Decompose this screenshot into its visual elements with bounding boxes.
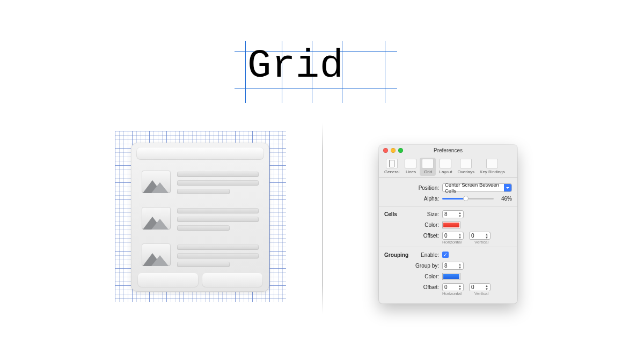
sublabel-vertical: Vertical — [474, 291, 488, 296]
app-icon-illustration — [131, 143, 269, 292]
tab-general[interactable]: General — [382, 158, 401, 176]
tab-label: Layout — [439, 169, 452, 174]
general-icon — [386, 159, 398, 168]
grouping-offset-label: Offset: — [413, 284, 442, 290]
groupby-label: Group by: — [413, 263, 442, 269]
grouping-enable-checkbox[interactable] — [442, 252, 449, 258]
groupby-stepper[interactable]: 8 ▲▼ — [442, 262, 464, 270]
stepper-value: 0 — [471, 233, 474, 239]
grouping-color-swatch[interactable] — [442, 273, 460, 280]
tab-key-bindings[interactable]: Key Bindings — [478, 158, 507, 176]
alpha-label: Alpha: — [413, 196, 442, 202]
tab-label: Key Bindings — [480, 169, 505, 174]
cells-size-stepper[interactable]: 8 ▲▼ — [442, 210, 464, 218]
page-title: Grid — [247, 46, 344, 86]
alpha-value: 46% — [497, 196, 512, 202]
stepper-value: 0 — [444, 284, 448, 290]
position-select[interactable]: Center Screen Between Cells — [442, 183, 512, 192]
tab-grid[interactable]: Grid — [420, 158, 436, 176]
grouping-offset-h-stepper[interactable]: 0 ▲▼ — [442, 283, 464, 291]
cells-section-label: Cells — [384, 211, 413, 217]
cells-offset-h-stepper[interactable]: 0 ▲▼ — [442, 232, 464, 240]
sublabel-horizontal: Horizontal — [442, 240, 462, 245]
cells-offset-v-stepper[interactable]: 0 ▲▼ — [469, 232, 491, 240]
grid-overlay-preview — [115, 131, 286, 302]
grouping-section-label: Grouping — [384, 252, 413, 258]
tab-label: Overlays — [458, 169, 475, 174]
grouping-enable-label: Enable: — [413, 252, 442, 258]
preferences-window: Preferences General Lines Grid Layout Ov… — [379, 145, 517, 304]
position-label: Position: — [413, 185, 442, 191]
title-block: Grid — [235, 41, 397, 103]
sublabel-vertical: Vertical — [474, 240, 488, 245]
stepper-value: 0 — [471, 284, 474, 290]
tab-layout[interactable]: Layout — [437, 158, 454, 176]
tab-lines[interactable]: Lines — [402, 158, 419, 176]
grid-icon — [422, 159, 434, 168]
stepper-value: 0 — [444, 233, 448, 239]
cells-offset-label: Offset: — [413, 233, 442, 239]
cells-size-label: Size: — [413, 211, 442, 217]
cells-color-swatch[interactable] — [442, 221, 460, 228]
stepper-value: 8 — [444, 211, 448, 217]
keyboard-icon — [486, 159, 498, 168]
alpha-slider[interactable] — [442, 198, 494, 200]
tab-overlays[interactable]: Overlays — [456, 158, 477, 176]
stepper-value: 8 — [444, 263, 448, 269]
tab-label: General — [384, 169, 399, 174]
vertical-divider — [322, 123, 323, 314]
sublabel-horizontal: Horizontal — [442, 291, 462, 296]
lines-icon — [405, 159, 416, 168]
grouping-color-label: Color: — [413, 274, 442, 279]
window-titlebar: Preferences — [379, 145, 517, 156]
grouping-offset-v-stepper[interactable]: 0 ▲▼ — [469, 283, 491, 291]
select-value: Center Screen Between Cells — [445, 182, 509, 194]
overlays-icon — [460, 159, 472, 168]
window-title: Preferences — [379, 147, 517, 153]
layout-icon — [440, 159, 451, 168]
chevron-down-icon — [504, 184, 511, 191]
tab-label: Grid — [424, 169, 432, 174]
cells-color-label: Color: — [413, 222, 442, 228]
prefs-toolbar: General Lines Grid Layout Overlays Key B… — [379, 156, 517, 176]
tab-label: Lines — [406, 169, 416, 174]
